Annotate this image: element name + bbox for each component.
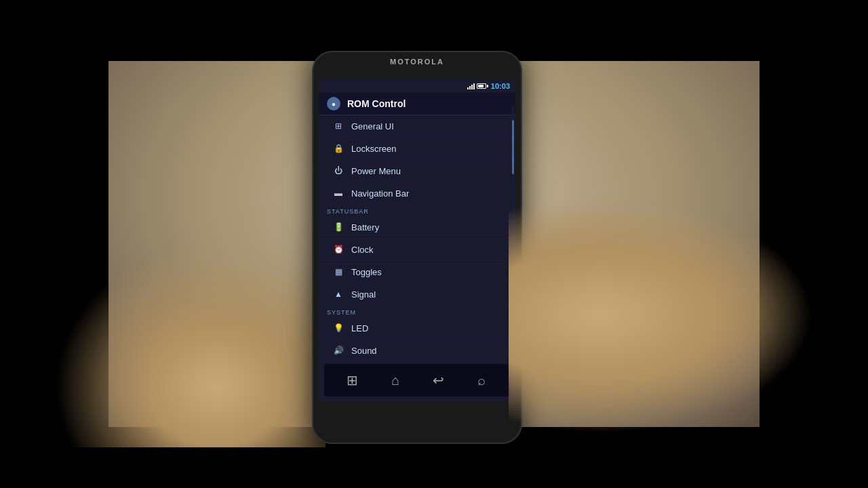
battery-status-icon (477, 83, 488, 89)
menu-item-toggles[interactable]: ▦ Toggles (319, 261, 515, 283)
home-button[interactable]: ⌂ (383, 368, 408, 392)
toggles-icon: ▦ (332, 266, 344, 278)
search-button[interactable]: ⌕ (469, 368, 494, 392)
grid-icon: ⊞ (332, 120, 344, 132)
scroll-thumb (512, 120, 514, 174)
menu-label-toggles: Toggles (351, 267, 382, 277)
brand-label: MOTOROLA (313, 52, 521, 66)
menu-item-power-menu[interactable]: ⏻ Power Menu (319, 160, 515, 182)
menu-item-sound[interactable]: 🔊 Sound (319, 340, 515, 362)
menu-item-general-ui[interactable]: ⊞ General UI (319, 115, 515, 138)
menu-label-battery: Battery (351, 222, 379, 232)
menu-item-battery[interactable]: 🔋 Battery (319, 216, 515, 239)
border-right (760, 0, 868, 488)
status-icons (467, 83, 488, 89)
nav-icon: ▬ (332, 187, 344, 199)
menu-label-general-ui: General UI (351, 121, 394, 131)
menu-label-signal: Signal (351, 289, 376, 300)
menu-item-led[interactable]: 💡 LED (319, 317, 515, 340)
battery-icon: 🔋 (332, 221, 344, 233)
menu-label-power-menu: Power Menu (351, 166, 401, 176)
menu-item-navigation-bar[interactable]: ▬ Navigation Bar (319, 182, 515, 205)
menu-list: ● ROM Control ⊞ General UI 🔒 Lockscreen … (319, 93, 515, 362)
menu-label-sound: Sound (351, 346, 377, 356)
menu-header-label: ROM Control (347, 98, 406, 109)
power-icon: ⏻ (332, 165, 344, 177)
clock-icon: ⏰ (332, 243, 344, 256)
phone-body: MOTOROLA 10:03 (312, 51, 522, 444)
section-label-statusbar: STATUSBAR (319, 205, 515, 216)
menu-item-clock[interactable]: ⏰ Clock (319, 239, 515, 261)
menu-label-clock: Clock (351, 245, 374, 255)
scene: MOTOROLA 10:03 (0, 0, 868, 488)
nav-bar: ⊞ ⌂ ↩ ⌕ (324, 364, 510, 396)
section-label-system: SYSTEM (319, 306, 515, 317)
phone-screen: 10:03 ● ROM Control ⊞ General UI 🔒 Locks… (319, 79, 515, 402)
menu-header-item[interactable]: ● ROM Control (319, 93, 515, 115)
menu-item-signal[interactable]: ▲ Signal (319, 283, 515, 306)
status-time: 10:03 (491, 82, 510, 90)
recent-apps-button[interactable]: ⊞ (340, 368, 365, 392)
menu-label-navigation-bar: Navigation Bar (351, 188, 409, 199)
scroll-indicator (512, 106, 514, 361)
border-left (0, 0, 108, 488)
menu-item-lockscreen[interactable]: 🔒 Lockscreen (319, 138, 515, 160)
menu-label-lockscreen: Lockscreen (351, 144, 396, 154)
sound-icon: 🔊 (332, 344, 344, 357)
back-button[interactable]: ↩ (427, 368, 451, 392)
led-icon: 💡 (332, 322, 344, 334)
signal-icon: ▲ (332, 288, 344, 300)
menu-label-led: LED (351, 323, 368, 333)
signal-bars-icon (467, 83, 475, 89)
status-bar: 10:03 (319, 79, 515, 93)
rom-icon: ● (327, 97, 340, 110)
lock-icon: 🔒 (332, 142, 344, 155)
